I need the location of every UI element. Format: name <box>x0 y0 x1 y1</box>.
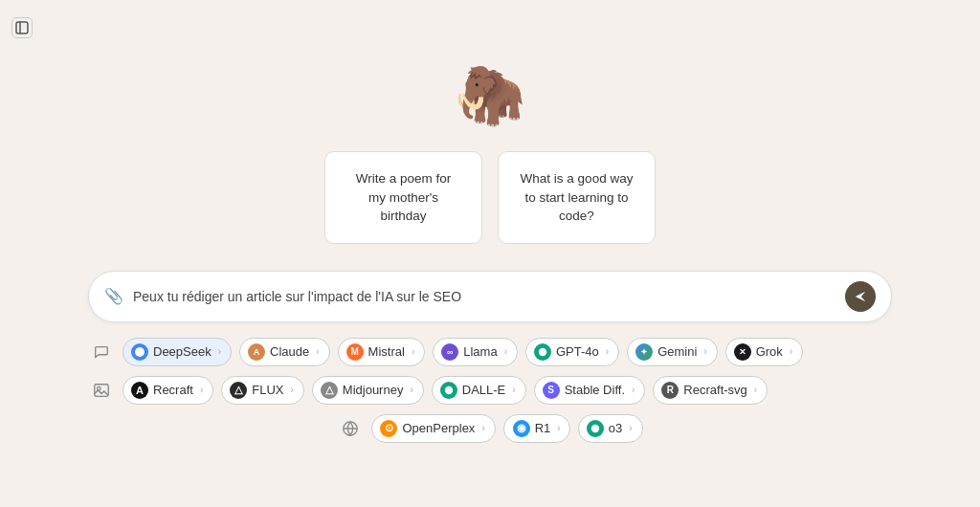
mammoth-icon: 🦣 <box>455 63 526 127</box>
flux-label: FLUX <box>252 383 283 397</box>
model-chip-grok[interactable]: ✕ Grok › <box>725 338 804 366</box>
send-button[interactable] <box>845 281 876 312</box>
openperplex-label: OpenPerplex <box>402 421 475 435</box>
gpt4o-logo <box>534 343 551 361</box>
recraft-label: Recraft <box>153 383 193 397</box>
dalle-label: DALL-E <box>462 383 506 397</box>
svg-rect-0 <box>16 22 28 33</box>
model-chip-wrapper-r1: ◉ R1 › <box>503 414 570 443</box>
main-content: 🦣 Write a poem for my mother's birthday … <box>0 0 980 443</box>
model-chip-recraft[interactable]: A Recraft › <box>122 376 213 405</box>
midjourney-chevron: › <box>410 385 412 395</box>
model-chip-claude[interactable]: A Claude › <box>239 338 330 366</box>
web-models-row: ⊙ OpenPerplex › ◉ R1 › o3 › <box>88 414 892 443</box>
recraftsvg-label: Recraft-svg <box>683 383 746 397</box>
midjourney-label: Midjourney <box>343 383 404 397</box>
chat-input[interactable] <box>133 289 837 304</box>
sidebar-toggle-button[interactable] <box>11 17 33 38</box>
input-wrapper: 📎 <box>88 271 892 322</box>
r1-logo: ◉ <box>513 420 530 437</box>
model-chip-openperplex[interactable]: ⊙ OpenPerplex › <box>371 414 495 443</box>
recraft-logo: A <box>131 382 148 399</box>
deepseek-chevron: › <box>218 346 221 357</box>
model-chip-dalle[interactable]: DALL-E › <box>432 376 526 405</box>
mistral-chevron: › <box>412 346 414 357</box>
grok-logo: ✕ <box>734 343 751 361</box>
llama-label: Llama <box>463 344 497 359</box>
web-row-icon <box>337 415 364 442</box>
svg-point-8 <box>590 424 598 431</box>
stablediff-label: Stable Diff. <box>565 383 625 397</box>
o3-label: o3 <box>609 421 622 435</box>
suggestion-cards-container: Write a poem for my mother's birthday Wh… <box>324 151 656 244</box>
svg-point-3 <box>539 347 546 355</box>
deepseek-logo <box>131 343 148 361</box>
claude-logo: A <box>248 343 265 361</box>
gemini-label: Gemini <box>657 344 697 359</box>
svg-point-2 <box>135 347 145 357</box>
model-chip-stablediff[interactable]: S Stable Diff. › <box>534 376 646 405</box>
input-area: 📎 <box>88 271 892 322</box>
flux-logo: △ <box>230 382 247 399</box>
stablediff-chevron: › <box>632 385 635 395</box>
model-chip-o3[interactable]: o3 › <box>578 414 643 443</box>
recraft-chevron: › <box>200 385 203 395</box>
grok-chevron: › <box>790 346 792 357</box>
gemini-chevron: › <box>703 346 706 357</box>
recraftsvg-chevron: › <box>754 385 757 395</box>
recraftsvg-logo: R <box>661 382 679 399</box>
app-logo: 🦣 <box>455 67 526 124</box>
chat-models-row: DeepSeek › A Claude › M Mistral › ∞ Llam… <box>88 338 892 366</box>
dalle-chevron: › <box>512 385 515 395</box>
llama-logo: ∞ <box>441 343 458 361</box>
claude-chevron: › <box>316 346 319 357</box>
mistral-label: Mistral <box>368 344 405 359</box>
suggestion-card-1[interactable]: What is a good way to start learning to … <box>498 151 656 244</box>
image-models-row: A Recraft › △ FLUX › △ Midjourney › DALL… <box>88 376 892 405</box>
svg-point-6 <box>445 386 453 393</box>
gpt4o-chevron: › <box>606 346 609 357</box>
model-chip-deepseek[interactable]: DeepSeek › <box>122 338 232 366</box>
model-chip-flux[interactable]: △ FLUX › <box>221 376 304 405</box>
deepseek-label: DeepSeek <box>153 344 212 359</box>
llama-chevron: › <box>504 346 507 357</box>
chat-row-icon <box>88 339 115 365</box>
model-chip-recraftsvg[interactable]: R Recraft-svg › <box>653 376 768 405</box>
models-section: DeepSeek › A Claude › M Mistral › ∞ Llam… <box>88 338 892 443</box>
model-chip-gemini[interactable]: ✦ Gemini › <box>627 338 718 366</box>
claude-label: Claude <box>270 344 309 359</box>
openperplex-logo: ⊙ <box>380 420 397 437</box>
image-row-icon <box>88 377 115 404</box>
gemini-logo: ✦ <box>635 343 653 361</box>
r1-chevron: › <box>557 423 560 433</box>
o3-logo <box>587 420 604 437</box>
dalle-logo <box>440 382 457 399</box>
mistral-logo: M <box>346 343 364 361</box>
gpt4o-label: GPT-4o <box>556 344 599 359</box>
openperplex-chevron: › <box>481 423 484 433</box>
r1-label: R1 <box>535 421 551 435</box>
paperclip-icon: 📎 <box>104 287 123 305</box>
model-chip-gpt4o[interactable]: GPT-4o › <box>525 338 619 366</box>
model-chip-llama[interactable]: ∞ Llama › <box>433 338 518 366</box>
midjourney-logo: △ <box>321 382 338 399</box>
stablediff-logo: S <box>543 382 560 399</box>
flux-chevron: › <box>290 385 293 395</box>
suggestion-card-0[interactable]: Write a poem for my mother's birthday <box>324 151 482 244</box>
model-chip-mistral[interactable]: M Mistral › <box>338 338 426 366</box>
model-chip-midjourney[interactable]: △ Midjourney › <box>312 376 424 405</box>
o3-chevron: › <box>629 423 632 433</box>
grok-label: Grok <box>756 344 783 359</box>
model-chip-r1[interactable]: ◉ R1 › <box>507 418 567 439</box>
